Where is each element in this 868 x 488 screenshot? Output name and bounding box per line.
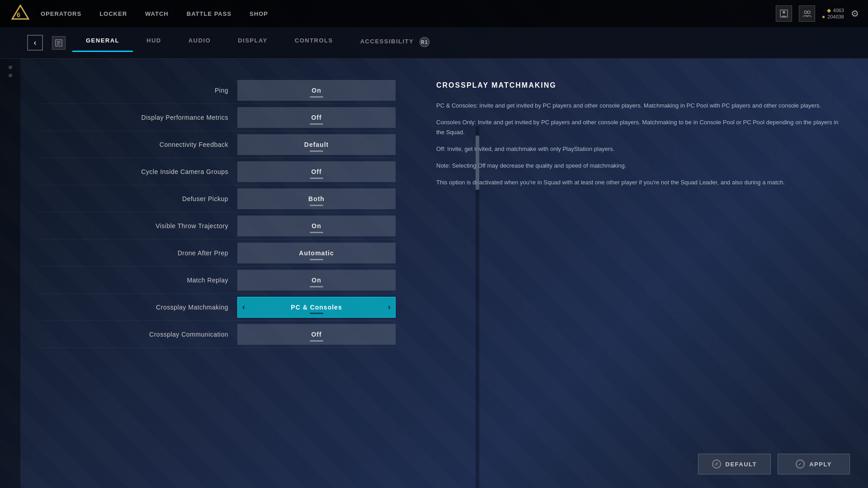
label-crossplay-communication: Crossplay Communication (38, 331, 237, 338)
control-camera-groups[interactable]: Off (237, 161, 396, 182)
currency1-icon: ◆ (827, 7, 831, 14)
bottom-buttons: ↺ DEFAULT ✓ APPLY (698, 454, 850, 474)
control-drone-after-prep[interactable]: Automatic (237, 243, 396, 263)
tab-audio[interactable]: AUDIO (175, 33, 224, 52)
game-logo: 6 (9, 2, 32, 25)
setting-row-performance-metrics: Display Performance Metrics Off (38, 104, 396, 131)
value-camera-groups: Off (311, 168, 321, 175)
value-ping: On (311, 87, 321, 94)
tabs-bar: ‹ GENERAL HUD AUDIO DISPLAY CONTROLS ACC… (0, 27, 868, 59)
label-performance-metrics: Display Performance Metrics (38, 114, 237, 121)
currency-info: ◆ 4063 ● 204038 (822, 7, 844, 20)
scrollbar-thumb (476, 136, 479, 190)
tab-controls[interactable]: CONTROLS (281, 33, 347, 52)
apply-button-icon: ✓ (796, 460, 805, 469)
logo-svg: 6 (11, 5, 29, 23)
info-paragraph-2: Consoles Only: Invite and get invited by… (436, 117, 845, 137)
label-throw-trajectory: Visible Throw Trajectory (38, 222, 237, 230)
tab-accessibility[interactable]: ACCESSIBILITY R1 (347, 33, 443, 52)
nav-watch[interactable]: WATCH (145, 8, 169, 19)
label-drone-after-prep: Drone After Prep (38, 249, 237, 257)
apply-button[interactable]: ✓ APPLY (778, 454, 850, 474)
slider-crossplay-matchmaking (310, 313, 323, 314)
info-paragraph-4: Note: Selecting Off may decrease the qua… (436, 161, 845, 171)
settings-panel: Ping On Display Performance Metrics Off … (20, 63, 414, 488)
back-button[interactable]: ‹ (27, 35, 43, 51)
control-match-replay[interactable]: On (237, 270, 396, 291)
slider-match-replay (310, 286, 323, 287)
info-paragraph-1: PC & Consoles: Invite and get invited by… (436, 101, 845, 111)
setting-row-ping: Ping On (38, 77, 396, 104)
slider-defuser-pickup (310, 205, 323, 206)
main-content: Ping On Display Performance Metrics Off … (20, 63, 868, 488)
topbar-right: ◆ 4063 ● 204038 ⚙ (776, 5, 859, 22)
slider-ping (310, 96, 323, 98)
top-navigation: OPERATORS LOCKER WATCH BATTLE PASS SHOP (41, 8, 776, 19)
label-crossplay-matchmaking: Crossplay Matchmaking (38, 304, 237, 311)
control-ping[interactable]: On (237, 80, 396, 101)
control-crossplay-communication[interactable]: Off (237, 324, 396, 345)
nav-shop[interactable]: SHOP (250, 8, 268, 19)
svg-point-4 (804, 11, 807, 14)
setting-row-throw-trajectory: Visible Throw Trajectory On (38, 212, 396, 239)
profile-svg (779, 9, 788, 18)
tabs-list: GENERAL HUD AUDIO DISPLAY CONTROLS ACCES… (72, 33, 443, 52)
sidebar-dot-2 (9, 74, 12, 77)
setting-row-camera-groups: Cycle Inside Camera Groups Off (38, 158, 396, 185)
label-connectivity-feedback: Connectivity Feedback (38, 141, 237, 148)
nav-operators[interactable]: OPERATORS (41, 8, 81, 19)
default-button[interactable]: ↺ DEFAULT (698, 454, 771, 474)
value-crossplay-communication: Off (311, 331, 321, 338)
slider-connectivity-feedback (310, 150, 323, 152)
value-connectivity-feedback: Default (304, 141, 329, 148)
info-panel: CROSSPLAY MATCHMAKING PC & Consoles: Inv… (414, 63, 868, 488)
default-button-label: DEFAULT (726, 461, 757, 468)
sidebar-dot-1 (9, 66, 12, 69)
left-sidebar (0, 59, 20, 488)
slider-performance-metrics (310, 123, 323, 125)
settings-icon[interactable]: ⚙ (851, 8, 859, 19)
settings-tab-icon (52, 36, 66, 50)
setting-row-connectivity-feedback: Connectivity Feedback Default (38, 131, 396, 158)
svg-point-3 (783, 11, 785, 14)
setting-row-match-replay: Match Replay On (38, 267, 396, 294)
control-defuser-pickup[interactable]: Both (237, 188, 396, 209)
control-crossplay-matchmaking[interactable]: ‹ PC & Consoles › (237, 297, 396, 318)
arrow-right-crossplay[interactable]: › (388, 302, 391, 312)
scrollbar-track[interactable] (476, 127, 479, 488)
topbar: 6 OPERATORS LOCKER WATCH BATTLE PASS SHO… (0, 0, 868, 27)
settings-tab-svg (55, 39, 62, 47)
label-match-replay: Match Replay (38, 277, 237, 284)
currency2-icon: ● (822, 14, 825, 20)
value-performance-metrics: Off (311, 114, 321, 121)
control-throw-trajectory[interactable]: On (237, 216, 396, 236)
label-defuser-pickup: Defuser Pickup (38, 195, 237, 202)
nav-locker[interactable]: LOCKER (99, 8, 127, 19)
info-paragraph-5: This option is deactivated when you're i… (436, 178, 845, 188)
setting-row-drone-after-prep: Drone After Prep Automatic (38, 239, 396, 267)
friends-svg (802, 9, 811, 18)
nav-battlepass[interactable]: BATTLE PASS (187, 8, 231, 19)
value-defuser-pickup: Both (308, 195, 325, 202)
control-connectivity-feedback[interactable]: Default (237, 134, 396, 155)
profile-icon[interactable] (776, 5, 792, 22)
control-performance-metrics[interactable]: Off (237, 107, 396, 128)
value-throw-trajectory: On (311, 222, 321, 230)
tab-display[interactable]: DISPLAY (224, 33, 281, 52)
info-paragraph-3: Off: Invite, get invited, and matchmake … (436, 144, 845, 154)
default-button-icon: ↺ (712, 460, 721, 469)
friends-icon[interactable] (799, 5, 815, 22)
tab-general[interactable]: GENERAL (72, 33, 133, 52)
slider-crossplay-communication (310, 340, 323, 342)
setting-row-crossplay-matchmaking: Crossplay Matchmaking ‹ PC & Consoles › (38, 294, 396, 321)
slider-throw-trajectory (310, 232, 323, 233)
info-title: CROSSPLAY MATCHMAKING (436, 81, 845, 89)
arrow-left-crossplay[interactable]: ‹ (242, 302, 245, 312)
settings-list: Ping On Display Performance Metrics Off … (38, 77, 396, 348)
label-ping: Ping (38, 87, 237, 94)
tab-hud[interactable]: HUD (133, 33, 175, 52)
currency1-amount: 4063 (833, 8, 844, 13)
value-crossplay-matchmaking: PC & Consoles (291, 304, 342, 311)
slider-drone-after-prep (310, 259, 323, 260)
apply-button-label: APPLY (809, 461, 832, 468)
